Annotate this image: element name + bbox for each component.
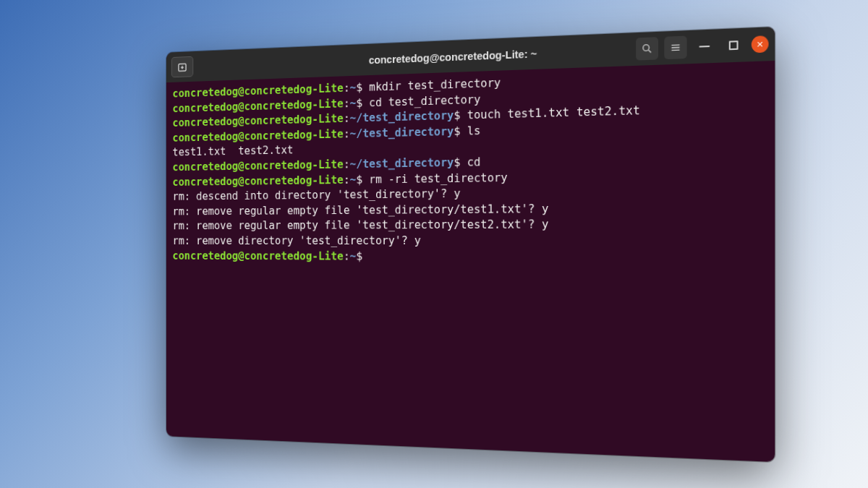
menu-button[interactable] xyxy=(664,35,686,59)
prompt-colon: : xyxy=(344,96,350,110)
prompt-sigil: $ xyxy=(356,80,369,93)
terminal-window: concretedog@concretedog-Lite: ~ xyxy=(166,26,775,461)
prompt-sigil: $ xyxy=(356,95,369,109)
prompt-colon: : xyxy=(344,249,350,262)
prompt-path: ~ xyxy=(350,95,357,109)
command-text: cd xyxy=(467,155,481,168)
prompt-user-host: concretedog@concretedog-Lite xyxy=(172,249,343,262)
prompt-path: ~ xyxy=(350,172,357,186)
prompt-path: ~/test_directory xyxy=(350,124,454,140)
output-text: rm: remove directory 'test_directory'? y xyxy=(172,234,420,247)
prompt-sigil: $ xyxy=(356,172,369,186)
output-text: rm: remove regular empty file 'test_dire… xyxy=(172,217,548,232)
prompt-path: ~ xyxy=(350,80,357,94)
prompt-colon: : xyxy=(344,172,350,186)
output-text: rm: remove regular empty file 'test_dire… xyxy=(172,201,548,217)
command-text: cd test_directory xyxy=(369,92,480,109)
search-button[interactable] xyxy=(636,37,658,60)
terminal-body[interactable]: concretedog@concretedog-Lite:~$ mkdir te… xyxy=(166,60,775,461)
close-button[interactable] xyxy=(752,35,769,53)
prompt-user-host: concretedog@concretedog-Lite xyxy=(172,157,343,173)
window-controls xyxy=(636,32,768,60)
minimize-icon xyxy=(699,45,710,47)
prompt-path: ~/test_directory xyxy=(350,108,454,125)
new-tab-button[interactable] xyxy=(171,56,194,77)
prompt-colon: : xyxy=(344,127,350,140)
prompt-path: ~ xyxy=(350,249,357,262)
command-text: mkdir test_directory xyxy=(369,75,501,93)
command-text: ls xyxy=(467,123,481,137)
svg-point-1 xyxy=(643,44,649,51)
prompt-colon: : xyxy=(344,111,350,125)
minimize-button[interactable] xyxy=(693,34,716,58)
output-text: rm: descend into directory 'test_directo… xyxy=(172,187,460,203)
prompt-colon: : xyxy=(344,157,350,171)
maximize-button[interactable] xyxy=(722,33,745,57)
prompt-sigil: $ xyxy=(454,155,467,168)
command-text: rm -ri test_directory xyxy=(369,170,508,186)
search-icon xyxy=(641,42,653,54)
terminal-line: rm: remove directory 'test_directory'? y xyxy=(172,231,767,248)
prompt-user-host: concretedog@concretedog-Lite xyxy=(172,172,343,188)
prompt-colon: : xyxy=(344,80,350,94)
output-text: test1.txt test2.txt xyxy=(172,143,293,159)
close-icon xyxy=(756,40,764,48)
hamburger-icon xyxy=(670,41,682,53)
prompt-sigil: $ xyxy=(356,249,369,262)
terminal-line: rm: remove regular empty file 'test_dire… xyxy=(172,215,767,233)
maximize-icon xyxy=(729,40,739,50)
terminal-line: concretedog@concretedog-Lite:~$ xyxy=(172,248,767,265)
prompt-sigil: $ xyxy=(454,124,467,137)
prompt-sigil: $ xyxy=(454,108,467,122)
prompt-path: ~/test_directory xyxy=(350,155,454,170)
new-tab-icon xyxy=(176,60,187,73)
